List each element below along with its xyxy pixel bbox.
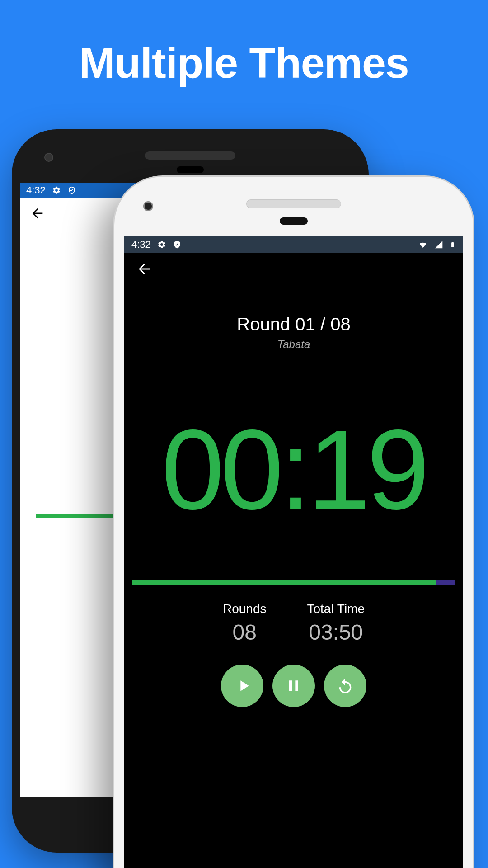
dark-theme-screen: 4:32	[124, 236, 463, 868]
speaker-grill	[145, 151, 235, 160]
app-bar	[124, 253, 463, 287]
wifi-icon	[418, 240, 428, 250]
reset-button[interactable]	[324, 665, 366, 707]
battery-icon	[450, 240, 456, 250]
stats-row: Rounds 08 Total Time 03:50	[124, 602, 463, 645]
sensor-pill	[280, 217, 308, 225]
speaker-grill	[246, 199, 341, 208]
gear-icon	[157, 240, 166, 249]
status-time: 4:32	[131, 239, 151, 250]
round-counter: Round 01 / 08	[124, 314, 463, 335]
rounds-stat: Rounds 08	[223, 602, 267, 645]
rounds-value: 08	[223, 620, 267, 645]
camera-dot	[44, 153, 53, 162]
phone-bezel	[114, 177, 473, 236]
total-time-value: 03:50	[307, 620, 365, 645]
pause-button[interactable]	[272, 665, 315, 707]
back-button[interactable]	[136, 261, 152, 279]
rounds-label: Rounds	[223, 602, 267, 616]
status-time: 4:32	[26, 184, 46, 196]
signal-icon	[434, 240, 443, 249]
shield-icon	[67, 186, 76, 195]
control-row	[124, 665, 463, 707]
workout-name: Tabata	[124, 338, 463, 351]
back-button[interactable]	[30, 206, 45, 223]
progress-bar	[132, 580, 455, 585]
total-time-stat: Total Time 03:50	[307, 602, 365, 645]
status-bar: 4:32	[124, 236, 463, 253]
gear-icon	[52, 186, 61, 195]
shield-icon	[173, 240, 182, 249]
hero-title: Multiple Themes	[0, 0, 488, 88]
play-button[interactable]	[221, 665, 263, 707]
sensor-pill	[177, 166, 204, 173]
timer-display: 00:19	[124, 405, 463, 535]
phone-mockup-light-frame: 4:32	[113, 175, 474, 868]
progress-fill	[132, 580, 436, 585]
total-time-label: Total Time	[307, 602, 365, 616]
phone-bezel	[12, 129, 369, 183]
camera-dot	[143, 201, 153, 211]
